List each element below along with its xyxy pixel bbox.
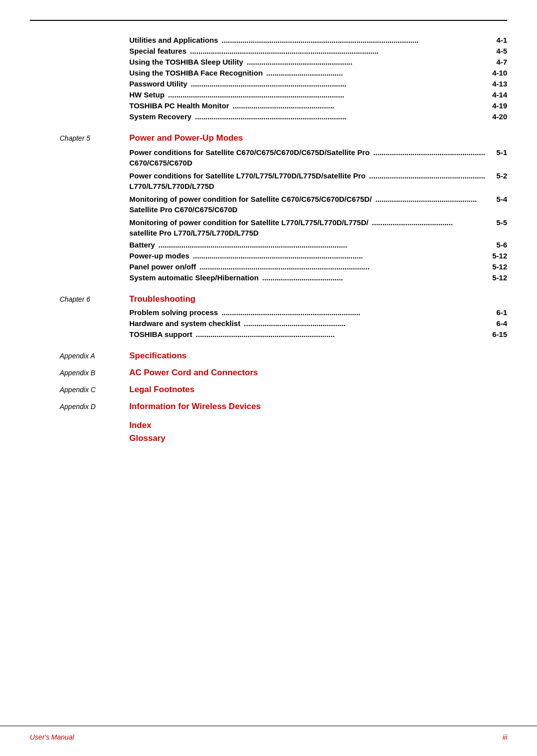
ch5-item-6: Panel power on/off .....................… — [129, 262, 507, 271]
toc-page-special: 4-5 — [482, 47, 507, 55]
intro-toc-entries: Utilities and Applications .............… — [129, 36, 507, 123]
appendix-b-block: Appendix B AC Power Cord and Connectors — [60, 368, 507, 378]
ch5-item-2-dots: ........................................… — [373, 195, 486, 203]
chapter5-heading: Power and Power-Up Modes — [129, 133, 507, 143]
standalone-items: Index Glossary — [129, 420, 507, 446]
toc-page-hwsetup: 4-14 — [482, 90, 507, 99]
ch6-item-0-title: Problem solving process — [129, 308, 218, 317]
ch5-item-2-title: Monitoring of power condition for Satell… — [129, 194, 372, 215]
ch5-item-0-dots: ........................................… — [371, 148, 486, 157]
ch5-item-5: Power-up modes .........................… — [129, 252, 507, 260]
bottom-rule — [0, 726, 537, 726]
toc-dots-special: ........................................… — [188, 47, 481, 55]
ch5-item-4-page: 5-6 — [487, 241, 507, 249]
ch6-item-1-page: 6-4 — [487, 319, 507, 328]
ch6-item-2: TOSHIBA support ........................… — [129, 330, 507, 338]
toc-page-recovery: 4-20 — [482, 112, 507, 121]
toc-dots-face: ..................................... — [264, 69, 481, 77]
chapter5-content: Power and Power-Up Modes Power condition… — [129, 133, 507, 284]
toc-row-health: TOSHIBA PC Health Monitor ..............… — [129, 101, 507, 110]
ch5-item-7-title: System automatic Sleep/Hibernation — [129, 273, 259, 282]
ch5-item-1-page: 5-2 — [487, 171, 507, 180]
toc-title-password: Password Utility — [129, 80, 187, 88]
toc-page-face: 4-10 — [482, 69, 507, 77]
chapter6-label: Chapter 6 — [60, 294, 129, 341]
ch5-item-5-title: Power-up modes — [129, 252, 189, 260]
toc-page-password: 4-13 — [482, 80, 507, 88]
toc-title-health: TOSHIBA PC Health Monitor — [129, 101, 229, 110]
toc-title-hwsetup: HW Setup — [129, 90, 165, 99]
toc-dots-sleep: ........................................… — [245, 58, 481, 66]
appendix-d-heading: Information for Wireless Devices — [129, 402, 261, 412]
toc-row-utilities: Utilities and Applications .............… — [129, 36, 507, 44]
appendix-d-block: Appendix D Information for Wireless Devi… — [60, 402, 507, 412]
toc-row-sleep: Using the TOSHIBA Sleep Utility ........… — [129, 58, 507, 66]
ch6-item-0-dots: ........................................… — [219, 308, 486, 317]
toc-page-sleep: 4-7 — [482, 58, 507, 66]
ch5-item-1: Power conditions for Satellite L770/L775… — [129, 170, 507, 191]
chapter5-block: Chapter 5 Power and Power-Up Modes Power… — [60, 133, 507, 284]
ch6-item-2-dots: ........................................… — [194, 330, 486, 338]
ch5-item-6-title: Panel power on/off — [129, 262, 196, 271]
toc-title-special: Special features — [129, 47, 186, 55]
ch5-item-5-dots: ........................................… — [191, 252, 486, 260]
index-item: Index — [129, 420, 507, 430]
toc-dots-health: ........................................… — [231, 101, 481, 110]
ch5-item-4-dots: ........................................… — [157, 241, 486, 249]
toc-row-hwsetup: HW Setup ...............................… — [129, 90, 507, 99]
toc-row-password: Password Utility .......................… — [129, 80, 507, 88]
toc-title-recovery: System Recovery — [129, 112, 191, 121]
ch5-item-7-page: 5-12 — [487, 273, 507, 282]
ch5-item-1-dots: ........................................… — [367, 171, 486, 180]
ch5-item-6-dots: ........................................… — [197, 262, 486, 271]
glossary-item: Glossary — [129, 433, 507, 443]
chapter6-block: Chapter 6 Troubleshooting Problem solvin… — [60, 294, 507, 341]
ch5-item-7: System automatic Sleep/Hibernation .....… — [129, 273, 507, 282]
toc-dots-utilities: ........................................… — [220, 36, 481, 44]
ch5-item-7-dots: ....................................... — [260, 273, 486, 282]
ch6-item-2-title: TOSHIBA support — [129, 330, 192, 338]
toc-row-recovery: System Recovery ........................… — [129, 112, 507, 121]
ch5-item-2-page: 5-4 — [487, 195, 507, 203]
footer-left: User's Manual — [30, 733, 74, 741]
toc-dots-hwsetup: ........................................… — [166, 90, 481, 99]
ch6-item-2-page: 6-15 — [487, 330, 507, 338]
ch6-item-0: Problem solving process ................… — [129, 308, 507, 317]
ch5-item-1-title: Power conditions for Satellite L770/L775… — [129, 170, 365, 191]
appendix-c-heading: Legal Footnotes — [129, 385, 194, 395]
top-rule — [30, 20, 507, 21]
toc-title-utilities: Utilities and Applications — [129, 36, 218, 44]
toc-row-special: Special features .......................… — [129, 47, 507, 55]
appendix-b-label: Appendix B — [60, 369, 129, 377]
ch5-item-3-title: Monitoring of power condition for Satell… — [129, 217, 368, 238]
toc-dots-password: ........................................… — [189, 80, 481, 88]
appendix-c-label: Appendix C — [60, 386, 129, 394]
chapter6-content: Troubleshooting Problem solving process … — [129, 294, 507, 341]
appendix-a-block: Appendix A Specifications — [60, 351, 507, 361]
page-container: Utilities and Applications .............… — [0, 0, 537, 756]
ch5-item-5-page: 5-12 — [487, 252, 507, 260]
content-area: Utilities and Applications .............… — [60, 36, 507, 446]
toc-title-face: Using the TOSHIBA Face Recognition — [129, 69, 263, 77]
appendix-d-label: Appendix D — [60, 403, 129, 411]
appendix-a-heading: Specifications — [129, 351, 186, 361]
footer: User's Manual iii — [0, 733, 537, 741]
toc-dots-recovery: ........................................… — [193, 112, 481, 121]
chapter5-label: Chapter 5 — [60, 133, 129, 284]
toc-page-utilities: 4-1 — [482, 36, 507, 44]
appendix-c-block: Appendix C Legal Footnotes — [60, 385, 507, 395]
ch5-item-3-dots: ....................................... — [370, 218, 486, 227]
toc-row-face: Using the TOSHIBA Face Recognition .....… — [129, 69, 507, 77]
ch5-item-0-title: Power conditions for Satellite C670/C675… — [129, 147, 370, 168]
ch6-item-1: Hardware and system checklist ..........… — [129, 319, 507, 328]
ch5-item-4: Battery ................................… — [129, 241, 507, 249]
ch5-item-3: Monitoring of power condition for Satell… — [129, 217, 507, 238]
appendix-b-heading: AC Power Cord and Connectors — [129, 368, 258, 378]
ch5-item-4-title: Battery — [129, 241, 155, 249]
ch5-item-0-page: 5-1 — [487, 148, 507, 157]
ch5-item-6-page: 5-12 — [487, 262, 507, 271]
chapter6-heading: Troubleshooting — [129, 294, 507, 304]
toc-page-health: 4-19 — [482, 101, 507, 110]
ch6-item-0-page: 6-1 — [487, 308, 507, 317]
toc-title-sleep: Using the TOSHIBA Sleep Utility — [129, 58, 243, 66]
